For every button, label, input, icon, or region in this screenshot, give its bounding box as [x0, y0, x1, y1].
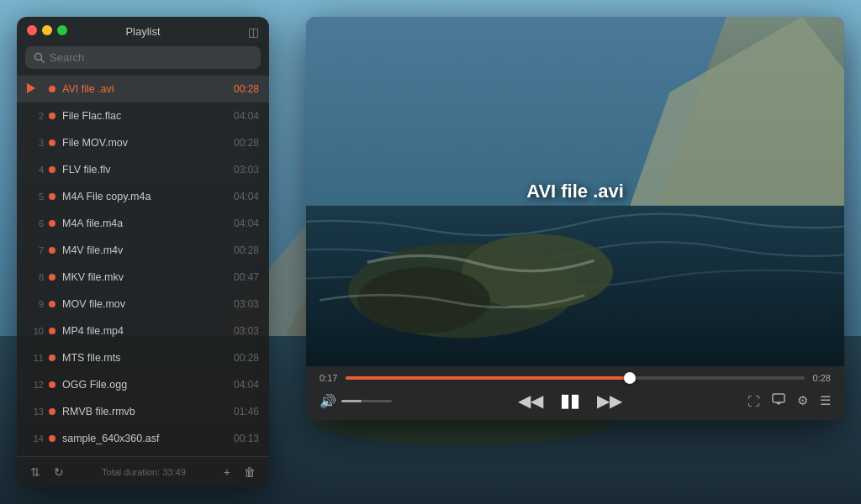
item-index: 13: [27, 407, 44, 417]
playlist-item[interactable]: 2 File Flac.flac 04:04: [17, 102, 269, 129]
minimize-button[interactable]: [42, 25, 52, 35]
item-name: MKV file.mkv: [62, 271, 227, 283]
airplay-button[interactable]: [772, 393, 785, 409]
progress-row: 0:17 0:28: [320, 373, 831, 383]
settings-button[interactable]: ⚙: [797, 393, 808, 408]
item-index: 11: [27, 353, 44, 363]
item-name: sample_640x360.asf: [62, 433, 227, 444]
item-name: M4A file.m4a: [62, 218, 227, 229]
item-name: FLV file.flv: [62, 164, 227, 176]
controls-row: 🔊 ◀◀ ▮▮ ▶▶ ⛶ ⚙ ☰: [320, 390, 831, 412]
delete-button[interactable]: 🗑: [240, 464, 259, 480]
item-dot: [49, 435, 55, 442]
controls-right: ⛶ ⚙ ☰: [747, 393, 831, 409]
playlist-item[interactable]: 4 FLV file.flv 03:03: [17, 156, 269, 183]
item-duration: 04:04: [234, 191, 259, 202]
item-duration: 00:28: [234, 352, 259, 364]
item-name: File MOV.mov: [62, 137, 227, 149]
item-index: 10: [27, 326, 44, 336]
item-duration: 04:04: [234, 218, 259, 229]
item-dot: [49, 408, 55, 415]
playlist-menu-icon[interactable]: ◫: [248, 25, 259, 39]
item-dot: [49, 220, 55, 227]
item-name: RMVB file.rmvb: [62, 406, 227, 417]
item-duration: 03:03: [234, 325, 259, 337]
search-icon: [34, 52, 45, 63]
video-player: AVI file .avi 0:17 0:28 🔊 ◀◀ ▮▮ ▶▶: [306, 17, 844, 420]
item-duration: 03:03: [234, 164, 259, 176]
playlist-item[interactable]: AVI file .avi 00:28: [17, 76, 269, 102]
volume-track[interactable]: [341, 400, 392, 402]
item-name: File Flac.flac: [62, 110, 227, 122]
item-dot: [49, 139, 55, 146]
search-input[interactable]: [50, 51, 252, 64]
playlist-item[interactable]: 9 MOV file.mov 03:03: [17, 291, 269, 318]
item-duration: 00:28: [234, 83, 259, 95]
current-time: 0:17: [320, 373, 337, 383]
repeat-button[interactable]: ↻: [50, 464, 67, 480]
prev-button[interactable]: ◀◀: [518, 391, 543, 411]
next-button[interactable]: ▶▶: [597, 391, 622, 411]
item-name: MOV file.mov: [62, 298, 227, 310]
playlist-item[interactable]: 5 M4A File copy.m4a 04:04: [17, 183, 269, 210]
item-dot: [49, 166, 55, 173]
playlist-item[interactable]: 11 MTS file.mts 00:28: [17, 344, 269, 371]
svg-rect-17: [773, 394, 784, 402]
playlist-item[interactable]: 3 File MOV.mov 00:28: [17, 129, 269, 156]
item-duration: 04:04: [234, 379, 259, 391]
playlist-item[interactable]: 12 OGG File.ogg 04:04: [17, 371, 269, 398]
item-name: MP4 file.mp4: [62, 325, 227, 337]
volume-area: 🔊: [320, 393, 392, 409]
search-bar: [25, 46, 261, 69]
playlist-item[interactable]: 6 M4A file.m4a 04:04: [17, 210, 269, 237]
item-index: 4: [27, 165, 44, 175]
controls-center: ◀◀ ▮▮ ▶▶: [392, 390, 747, 412]
item-index: 14: [27, 433, 44, 444]
total-duration: Total duration: 33:49: [67, 467, 220, 477]
video-controls: 0:17 0:28 🔊 ◀◀ ▮▮ ▶▶ ⛶: [306, 366, 844, 420]
svg-line-8: [41, 60, 45, 63]
playlist-title: Playlist: [125, 25, 160, 38]
playlist-items: AVI file .avi 00:28 2 File Flac.flac 04:…: [17, 76, 269, 456]
item-index: 6: [27, 218, 44, 228]
item-index: 7: [27, 245, 44, 255]
playlist-item[interactable]: 10 MP4 file.mp4 03:03: [17, 318, 269, 344]
progress-track[interactable]: [346, 376, 804, 380]
item-duration: 03:03: [234, 298, 259, 310]
item-index: 8: [27, 272, 44, 282]
progress-fill: [346, 376, 630, 380]
svg-marker-18: [775, 402, 782, 405]
item-duration: 01:46: [234, 406, 259, 417]
item-duration: 00:28: [234, 244, 259, 256]
playlist-item[interactable]: 13 RMVB file.rmvb 01:46: [17, 398, 269, 425]
item-dot: [49, 274, 55, 281]
svg-point-16: [357, 267, 489, 333]
pause-button[interactable]: ▮▮: [560, 390, 580, 412]
volume-icon[interactable]: 🔊: [320, 393, 336, 409]
svg-marker-9: [27, 83, 35, 93]
video-content: AVI file .avi: [306, 17, 844, 366]
item-index: 12: [27, 380, 44, 390]
pip-button[interactable]: ⛶: [747, 394, 760, 408]
item-dot: [49, 86, 55, 92]
playlist-item[interactable]: 8 MKV file.mkv 00:47: [17, 264, 269, 291]
playlist-button[interactable]: ☰: [820, 393, 831, 408]
playlist-item[interactable]: 14 sample_640x360.asf 00:13: [17, 425, 269, 452]
item-duration: 00:47: [234, 271, 259, 283]
item-duration: 00:28: [234, 137, 259, 149]
item-dot: [49, 193, 55, 200]
item-dot: [49, 247, 55, 254]
playlist-footer: ⇅ ↻ Total duration: 33:49 + 🗑: [17, 456, 269, 487]
shuffle-button[interactable]: ⇅: [27, 464, 44, 480]
close-button[interactable]: [27, 25, 37, 35]
item-dot: [49, 328, 55, 334]
add-button[interactable]: +: [220, 464, 234, 480]
item-duration: 00:13: [234, 433, 259, 444]
item-dot: [49, 381, 55, 388]
playlist-item[interactable]: 7 M4V file.m4v 00:28: [17, 237, 269, 264]
playlist-titlebar: Playlist ◫: [17, 17, 269, 43]
maximize-button[interactable]: [57, 25, 67, 35]
playlist-panel: Playlist ◫ AVI file .avi 00:28 2 File Fl: [17, 17, 269, 487]
item-name: M4V file.m4v: [62, 244, 227, 256]
item-name: AVI file .avi: [62, 83, 227, 95]
